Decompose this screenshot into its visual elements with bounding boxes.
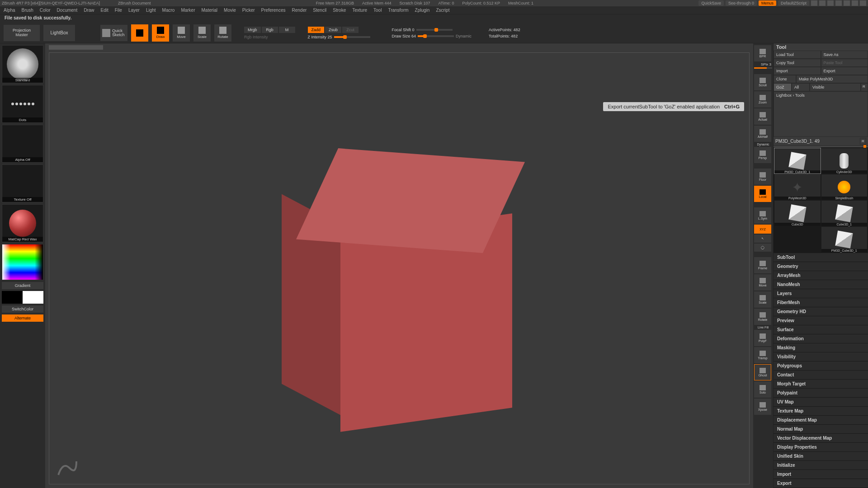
window-icon[interactable]: [819, 0, 826, 6]
document-tab[interactable]: [49, 45, 103, 50]
menu-zscript[interactable]: Zscript: [436, 8, 449, 13]
menu-stencil[interactable]: Stencil: [313, 8, 326, 13]
make-polymesh-button[interactable]: Make PolyMesh3D: [796, 75, 868, 83]
bpr-button[interactable]: BPR: [754, 45, 771, 61]
mrgb-button[interactable]: Mrgb: [244, 27, 261, 33]
material-slot[interactable]: MatCap Red Wax: [2, 204, 43, 242]
projection-master-button[interactable]: Projection Master: [4, 25, 40, 41]
ghost-button[interactable]: Ghost: [754, 364, 771, 380]
import-button[interactable]: Import: [774, 67, 821, 75]
cursor-button[interactable]: ↖: [754, 235, 771, 243]
section-deformation[interactable]: Deformation: [774, 334, 868, 343]
window-icon[interactable]: [811, 0, 817, 6]
section-display-properties[interactable]: Display Properties: [774, 443, 868, 452]
thumb-pm3d-cube-1[interactable]: PM3D_Cube3D_1: [821, 227, 868, 252]
clone-button[interactable]: Clone: [774, 75, 796, 83]
r-button[interactable]: R: [860, 138, 866, 145]
scroll-button[interactable]: Scroll: [754, 74, 771, 90]
section-surface[interactable]: Surface: [774, 325, 868, 334]
viewport[interactable]: [49, 52, 750, 484]
menu-layer[interactable]: Layer: [128, 8, 140, 13]
z-intensity-slider[interactable]: [334, 36, 370, 38]
section-morph-target[interactable]: Morph Target: [774, 380, 868, 389]
frame-button[interactable]: Frame: [754, 257, 771, 273]
menu-zplugin[interactable]: Zplugin: [415, 8, 430, 13]
section-initialize[interactable]: Initialize: [774, 461, 868, 470]
section-polypaint[interactable]: Polypaint: [774, 389, 868, 398]
section-vector-displacement-map[interactable]: Vector Displacement Map: [774, 434, 868, 443]
maximize-icon[interactable]: [852, 0, 858, 6]
section-subtool[interactable]: SubTool: [774, 253, 868, 262]
alternate-button[interactable]: Alternate: [2, 314, 43, 322]
thumb-polymesh[interactable]: ✦PolyMesh3D: [774, 174, 821, 200]
paste-tool-button[interactable]: Paste Tool: [821, 59, 868, 67]
transp-button[interactable]: Transp: [754, 347, 771, 363]
section-export[interactable]: Export: [774, 479, 868, 488]
color-swatches[interactable]: [2, 291, 43, 304]
menu-brush[interactable]: Brush: [22, 8, 33, 13]
menu-material[interactable]: Material: [202, 8, 218, 13]
close-icon[interactable]: [860, 0, 866, 6]
tool-header[interactable]: Tool: [774, 43, 868, 51]
section-nanomesh[interactable]: NanoMesh: [774, 280, 868, 289]
menu-picker[interactable]: Picker: [242, 8, 255, 13]
default-script-button[interactable]: DefaultZScript: [778, 0, 809, 6]
menu-preferences[interactable]: Preferences: [261, 8, 286, 13]
seethrough-slider[interactable]: See-through 0: [726, 0, 757, 6]
goz-all-button[interactable]: All: [792, 83, 810, 91]
rotate-nav-button[interactable]: Rotate: [754, 309, 771, 325]
section-masking[interactable]: Masking: [774, 343, 868, 352]
menu-texture[interactable]: Texture: [352, 8, 367, 13]
minimize-icon[interactable]: [844, 0, 850, 6]
thumb-simplebrush[interactable]: SimpleBrush: [821, 174, 868, 200]
xpose-button[interactable]: Xpose: [754, 399, 771, 415]
section-polygroups[interactable]: Polygroups: [774, 361, 868, 371]
section-layers[interactable]: Layers: [774, 289, 868, 298]
edit-mode-button[interactable]: [131, 24, 148, 42]
menu-tool[interactable]: Tool: [373, 8, 382, 13]
rotate-mode-button[interactable]: Rotate: [214, 24, 231, 42]
dynamic-label[interactable]: Dynamic: [456, 34, 472, 38]
section-uv-map[interactable]: UV Map: [774, 398, 868, 407]
thumb-cube3d-1[interactable]: Cube3D_1: [821, 201, 868, 226]
section-arraymesh[interactable]: ArrayMesh: [774, 271, 868, 280]
menu-file[interactable]: File: [115, 8, 122, 13]
focal-shift-slider[interactable]: [416, 29, 453, 31]
color-picker[interactable]: [2, 244, 43, 280]
persp-button[interactable]: Persp: [754, 147, 771, 163]
actual-button[interactable]: Actual: [754, 108, 771, 125]
section-import[interactable]: Import: [774, 470, 868, 479]
gradient-button[interactable]: Gradient: [2, 282, 43, 289]
thumb-cylinder[interactable]: Cylinder3D: [821, 148, 868, 174]
section-fibermesh[interactable]: FiberMesh: [774, 298, 868, 307]
quick-sketch-button[interactable]: QuickSketch: [100, 25, 127, 41]
stroke-slot[interactable]: Dots: [2, 85, 43, 123]
goz-r-button[interactable]: R: [861, 83, 868, 91]
load-tool-button[interactable]: Load Tool: [774, 51, 821, 59]
move-nav-button[interactable]: Move: [754, 274, 771, 291]
section-texture-map[interactable]: Texture Map: [774, 407, 868, 416]
menu-transform[interactable]: Transform: [388, 8, 408, 13]
move-mode-button[interactable]: Move: [173, 24, 190, 42]
texture-slot[interactable]: Texture Off: [2, 164, 43, 202]
draw-size-slider[interactable]: [418, 35, 454, 37]
menu-movie[interactable]: Movie: [224, 8, 236, 13]
menu-render[interactable]: Render: [292, 8, 307, 13]
section-unified-skin[interactable]: Unified Skin: [774, 452, 868, 461]
window-icon[interactable]: [835, 0, 842, 6]
thumb-pm3d-cube[interactable]: PM3D_Cube3D_1: [774, 148, 821, 174]
menus-button[interactable]: Menus: [759, 0, 776, 6]
scale-mode-button[interactable]: Scale: [193, 24, 211, 42]
menu-marker[interactable]: Marker: [181, 8, 195, 13]
swatch-black[interactable]: [2, 291, 23, 304]
menu-edit[interactable]: Edit: [101, 8, 108, 13]
thumb-cube3d[interactable]: Cube3D: [774, 201, 821, 226]
goz-button[interactable]: GoZ: [774, 83, 792, 91]
rgb-button[interactable]: Rgb: [262, 27, 278, 33]
target-button[interactable]: ◯: [754, 244, 771, 252]
floor-button[interactable]: Floor: [754, 169, 771, 185]
solo-button[interactable]: Solo: [754, 381, 771, 398]
section-geometry[interactable]: Geometry: [774, 262, 868, 271]
scale-nav-button[interactable]: Scale: [754, 291, 771, 308]
section-displacement-map[interactable]: Displacement Map: [774, 416, 868, 425]
